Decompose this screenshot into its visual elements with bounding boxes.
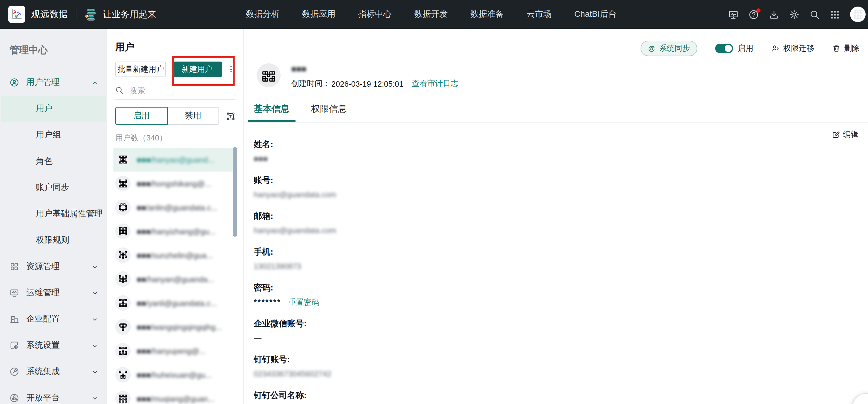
chevron-down-icon (91, 395, 98, 402)
person-arrow-icon (771, 44, 780, 53)
sidebar: 管理中心 用户管理 用户用户组角色账户同步用户基础属性管理权限规则 资源管理运维… (0, 29, 107, 404)
sidebar-group-系统集成[interactable]: 系统集成 (0, 358, 107, 385)
user-list-item[interactable]: ■■/hanyan@guanda... (114, 267, 235, 291)
batch-create-user-button[interactable]: 批量新建用户 (115, 62, 166, 77)
field-value: 023433673045602742 (254, 369, 331, 378)
topbar-menu: 数据分析数据应用指标中心数据开发数据准备云市场ChatBI后台 (246, 9, 617, 20)
field-label: 姓名: (254, 139, 868, 149)
guandata-logo[interactable] (8, 6, 25, 23)
sidebar-group-资源管理[interactable]: 资源管理 (0, 253, 107, 280)
field-label: 钉钉账号: (254, 354, 868, 364)
tab-enabled[interactable]: 启用 (115, 107, 167, 125)
download-icon[interactable] (769, 9, 779, 20)
field-label: 账号: (254, 175, 868, 185)
list-pane-buttons: 批量新建用户 新建用户 (115, 62, 235, 77)
tab-permission-info[interactable]: 权限信息 (305, 104, 353, 122)
sidebar-item-用户组[interactable]: 用户组 (1, 122, 106, 148)
user-list-item[interactable]: ■■/anlin@guandata.c... (114, 196, 235, 219)
user-count: 用户数（340） (115, 133, 235, 142)
user-list-item-label: ■■/yanli@guandata.c... (137, 298, 217, 308)
sidebar-item-权限规则[interactable]: 权限规则 (1, 227, 106, 253)
field-block: 账号:hanyao@guandata.com (254, 175, 868, 199)
user-list-item[interactable]: ■■■/hanyupeng@... (114, 339, 235, 363)
user-list: ■■■/hanyao@guand...■■■/hongshikang@...■■… (114, 148, 235, 404)
sidebar-item-角色[interactable]: 角色 (1, 148, 106, 174)
user-pixel-avatar (115, 343, 131, 358)
user-list-item-label: ■■■/hanyao@guand... (137, 155, 214, 164)
sidebar-group-开放平台[interactable]: 开放平台 (0, 385, 107, 404)
kebab-menu-icon[interactable] (227, 64, 235, 74)
topbar-menu-item[interactable]: 数据开发 (414, 9, 448, 20)
brand-name: 观远数据 (31, 9, 68, 20)
permission-migrate-button[interactable]: 权限迁移 (771, 43, 814, 54)
user-list-item-label: ■■■/sunzhelin@gua... (137, 251, 213, 260)
settings-gear-icon[interactable] (789, 9, 799, 20)
user-pixel-avatar (115, 176, 131, 191)
sidebar-title: 管理中心 (0, 44, 107, 56)
divider (115, 99, 235, 100)
system-sync-badge[interactable]: 系统同步 (641, 41, 697, 56)
user-list-item[interactable]: ■■■/hanyizhang@gu... (114, 219, 235, 243)
user-list-item[interactable]: ■■■/hongshikang@... (114, 172, 235, 196)
topbar-menu-item[interactable]: 数据应用 (302, 9, 336, 20)
user-pixel-avatar (115, 319, 131, 335)
field-block: 手机:13021390873 (254, 247, 868, 271)
tab-disabled[interactable]: 禁用 (167, 107, 219, 125)
user-list-item-label: ■■■/muqiang@guan... (137, 394, 214, 403)
list-scrollbar-thumb[interactable] (233, 147, 237, 237)
topbar-menu-item[interactable]: ChatBI后台 (574, 9, 617, 20)
sidebar-group-系统设置[interactable]: 系统设置 (0, 332, 107, 358)
topbar-menu-item[interactable]: 指标中心 (358, 9, 392, 20)
user-list-item[interactable]: ■■■/hanyao@guand... (114, 148, 235, 172)
sidebar-group-user-management[interactable]: 用户管理 (0, 69, 107, 96)
user-circle-icon (9, 78, 19, 87)
field-block: 姓名:■■■ (254, 139, 868, 163)
tab-basic-info[interactable]: 基本信息 (248, 104, 296, 122)
help-icon[interactable] (749, 9, 759, 20)
user-list-item[interactable]: ■■■/huheixuan@gu... (114, 363, 235, 387)
field-block: 邮箱:hanyao@guandata.com (254, 211, 868, 235)
basic-info-section: 编辑 姓名:■■■账号:hanyao@guandata.com邮箱:hanyao… (244, 122, 868, 400)
edit-icon (832, 130, 840, 139)
field-value: hanyao@guandata.com (254, 226, 336, 235)
enable-toggle[interactable] (715, 44, 733, 53)
monitor-icon[interactable] (728, 9, 739, 20)
brand: 观远数据 让业务用起来 (0, 6, 156, 23)
audit-log-link[interactable]: 查看审计日志 (412, 78, 458, 89)
user-pixel-avatar (115, 295, 131, 311)
user-list-item[interactable]: ■■■/wangqingqingqihg... (114, 315, 235, 339)
topbar-menu-item[interactable]: 数据分析 (246, 9, 279, 20)
enable-toggle-wrap: 启用 (715, 43, 753, 54)
user-list-item[interactable]: ■■■/muqiang@guan... (114, 387, 235, 404)
chevron-down-icon (91, 342, 98, 349)
user-list-item[interactable]: ■■/yanli@guandata.c... (114, 291, 235, 315)
create-user-button[interactable]: 新建用户 (172, 62, 222, 77)
sidebar-group-运维管理[interactable]: 运维管理 (0, 280, 107, 306)
apps-grid-icon[interactable] (830, 9, 840, 20)
topbar: 观远数据 让业务用起来 数据分析数据应用指标中心数据开发数据准备云市场ChatB… (0, 0, 868, 29)
topbar-menu-item[interactable]: 数据准备 (470, 9, 504, 20)
chevron-down-icon (91, 316, 98, 323)
topbar-menu-item[interactable]: 云市场 (527, 9, 552, 20)
field-block: 钉钉账号:023433673045602742 (254, 354, 868, 378)
created-value: 2026-03-19 12:05:01 (331, 79, 403, 88)
user-list-item[interactable]: ■■■/sunzhelin@gua... (114, 243, 235, 267)
reset-password-link[interactable]: 重置密码 (288, 298, 319, 307)
search-icon[interactable] (809, 9, 819, 20)
delete-button[interactable]: 删除 (832, 43, 860, 54)
sidebar-item-用户基础属性管理[interactable]: 用户基础属性管理 (1, 201, 106, 227)
user-list-item-label: ■■■/hanyizhang@gu... (137, 227, 216, 236)
search-input[interactable] (128, 85, 220, 95)
user-avatar[interactable] (850, 6, 866, 22)
chevron-up-icon (91, 79, 98, 86)
search-icon (115, 86, 124, 94)
enable-toggle-label: 启用 (738, 43, 753, 54)
sidebar-item-用户[interactable]: 用户 (1, 96, 106, 122)
text-select-icon[interactable] (226, 112, 235, 120)
integration-icon (9, 367, 19, 376)
sidebar-group-企业配置[interactable]: 企业配置 (0, 306, 107, 332)
sidebar-item-账户同步[interactable]: 账户同步 (1, 174, 106, 201)
user-list-item-label: ■■/hanyan@guanda... (137, 275, 214, 284)
edit-button[interactable]: 编辑 (832, 129, 859, 140)
list-pane-title: 用户 (115, 41, 235, 53)
